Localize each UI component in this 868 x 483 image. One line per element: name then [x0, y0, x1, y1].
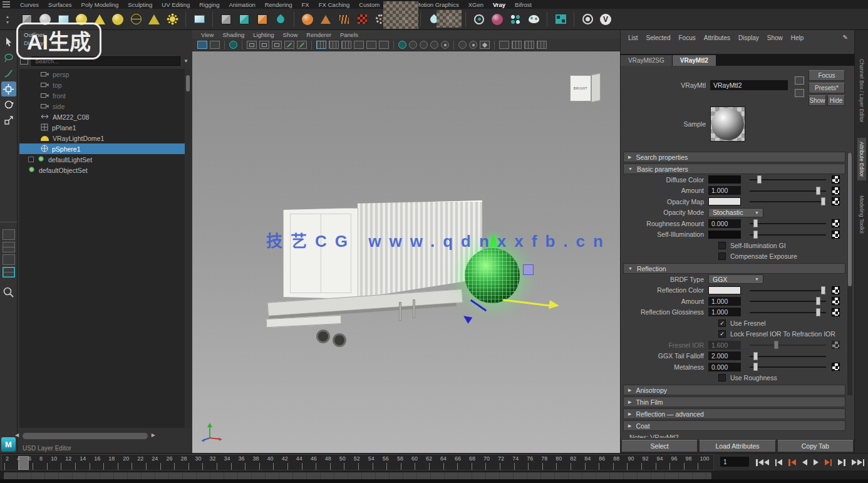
value-field[interactable]: 0.000 — [708, 363, 741, 371]
focus-button[interactable]: Focus — [809, 70, 845, 81]
use-all-lights-icon[interactable] — [354, 41, 364, 49]
menu-item-xgen[interactable]: XGen — [468, 1, 483, 8]
hypershade-sphere-icon[interactable] — [489, 11, 505, 28]
color-swatch[interactable] — [708, 286, 741, 294]
viewport-menu-view[interactable]: View — [201, 31, 214, 38]
ae-menu-list[interactable]: List — [628, 34, 638, 41]
curve-cone-icon[interactable] — [146, 11, 162, 28]
menu-item-animation[interactable]: Animation — [229, 1, 255, 8]
viewport-canvas[interactable]: BRIGHT 技艺CG www.qdnxxfb.cn — [192, 51, 620, 453]
menu-item-rigging[interactable]: Rigging — [199, 1, 219, 8]
play-forward-button[interactable] — [812, 458, 820, 467]
go-to-start-button[interactable] — [755, 458, 770, 467]
play-backwards-button[interactable] — [801, 458, 809, 467]
shelf-tab-arrows[interactable]: ▲▼ — [2, 10, 13, 29]
dropdown-ggx[interactable]: GGX▼ — [708, 274, 763, 284]
slider[interactable] — [750, 187, 826, 195]
outliner-item-side[interactable]: side — [19, 101, 185, 112]
viewport-menu-renderer[interactable]: Renderer — [306, 31, 331, 38]
shaded-mode-icon[interactable] — [329, 41, 339, 49]
menu-item-surfaces[interactable]: Surfaces — [48, 1, 72, 8]
sidebar-tab-attribute-editor[interactable]: Attribute Editor — [857, 138, 866, 180]
value-field[interactable]: 1.600 — [708, 341, 741, 350]
show-button[interactable]: Show — [809, 95, 826, 106]
viewport-menu-panels[interactable]: Panels — [340, 31, 358, 38]
slider[interactable] — [750, 286, 826, 294]
menu-item-poly-modeling[interactable]: Poly Modeling — [81, 1, 119, 8]
copy-attributes-icon[interactable] — [795, 76, 804, 85]
color-swatch[interactable] — [708, 231, 741, 239]
slider[interactable] — [750, 352, 826, 360]
viewport-menu-lighting[interactable]: Lighting — [253, 31, 274, 38]
texture-map-button[interactable] — [832, 219, 840, 227]
copy-tab-button[interactable]: Copy Tab — [777, 440, 854, 452]
node-name-input[interactable]: VRayMtl2 — [710, 80, 788, 90]
scroll-right-icon[interactable]: ▶ — [152, 432, 155, 438]
lasso-tool[interactable] — [1, 50, 16, 65]
move-tool[interactable] — [1, 81, 16, 96]
maya-logo-badge[interactable]: M — [1, 437, 16, 452]
hide-button[interactable]: Hide — [827, 95, 845, 106]
exposure-icon[interactable] — [420, 41, 428, 49]
fluid-drop-icon[interactable] — [272, 11, 289, 28]
gate-mask-icon[interactable] — [480, 41, 490, 49]
texture-map-button[interactable] — [832, 286, 840, 294]
load-attributes-button[interactable]: Load Attributes — [699, 440, 775, 452]
texture-map-button[interactable] — [832, 175, 840, 184]
paste-attributes-icon[interactable] — [795, 89, 804, 97]
color-swatch[interactable] — [708, 175, 741, 184]
vray-logo-icon[interactable]: V — [597, 11, 614, 28]
slider[interactable] — [750, 175, 826, 184]
texture-map-button[interactable] — [832, 308, 840, 316]
next-key-button[interactable] — [824, 458, 834, 467]
outliner-item-vraylightdome1[interactable]: VRayLightDome1 — [19, 133, 185, 143]
checkbox-unchecked[interactable] — [718, 242, 726, 249]
light-sun-icon[interactable] — [164, 11, 180, 28]
snapshot-pencil-icon[interactable] — [297, 41, 307, 49]
color-swatch[interactable] — [708, 197, 741, 205]
visibility-checkbox[interactable] — [28, 157, 34, 162]
texture-map-button[interactable] — [832, 187, 840, 195]
hamburger-menu-icon[interactable] — [3, 1, 10, 8]
section-header-reflection-advanced[interactable]: ▶Reflection — advanced — [623, 408, 845, 419]
manipulator-plane-handle[interactable] — [523, 264, 534, 275]
slider-handle[interactable] — [757, 175, 762, 184]
slider-handle[interactable] — [816, 297, 820, 305]
slider[interactable] — [750, 219, 826, 227]
sidebar-tab-channel-box-layer-editor[interactable]: Channel Box / Layer Editor — [857, 55, 866, 127]
select-tool[interactable] — [1, 34, 16, 49]
nurbs-sphere-icon[interactable] — [110, 11, 126, 28]
ae-menu-display[interactable]: Display — [738, 34, 759, 41]
isolate-select-icon[interactable] — [398, 41, 406, 49]
menu-item-sculpting[interactable]: Sculpting — [128, 1, 152, 8]
rotate-tool[interactable] — [1, 97, 16, 112]
value-field[interactable]: 1.000 — [708, 186, 741, 195]
step-forward-frame-button[interactable] — [837, 458, 847, 467]
value-field[interactable]: 2.000 — [708, 351, 741, 360]
layout-outliner-persp-button[interactable] — [3, 267, 15, 278]
render-view-icon[interactable] — [579, 11, 596, 28]
ae-menu-attributes[interactable]: Attributes — [704, 34, 730, 41]
wireframe-mode-icon[interactable] — [316, 41, 326, 49]
time-ruler[interactable]: 2468101214161820222426283032343638404244… — [1, 454, 714, 470]
slider[interactable] — [750, 341, 826, 349]
go-to-end-button[interactable] — [850, 458, 866, 467]
textured-mode-icon[interactable] — [341, 41, 351, 49]
slider-handle[interactable] — [774, 341, 778, 349]
plus-view-icon[interactable] — [499, 41, 509, 49]
menu-item-fx[interactable]: FX — [302, 1, 309, 8]
orange-triangle-icon[interactable] — [318, 11, 334, 28]
gamma-icon[interactable] — [441, 41, 449, 49]
resolution-gate-icon[interactable] — [469, 41, 477, 49]
material-sample-swatch[interactable] — [710, 106, 745, 142]
slider-handle[interactable] — [753, 352, 758, 360]
section-header-thin-film[interactable]: ▶Thin Film — [623, 397, 845, 407]
menu-item-rendering[interactable]: Rendering — [265, 1, 292, 8]
scroll-left-icon[interactable]: ◀ — [15, 432, 19, 438]
attribute-editor-scrollbar[interactable] — [847, 153, 852, 395]
scale-tool[interactable] — [1, 113, 16, 128]
menu-item-motion-graphics[interactable]: Motion Graphics — [416, 1, 459, 8]
outliner-item-am222_c08[interactable]: AM222_C08 — [19, 112, 185, 122]
manipulator-z-arrow-icon[interactable] — [462, 313, 473, 323]
platonic-sphere-icon[interactable] — [128, 11, 144, 28]
